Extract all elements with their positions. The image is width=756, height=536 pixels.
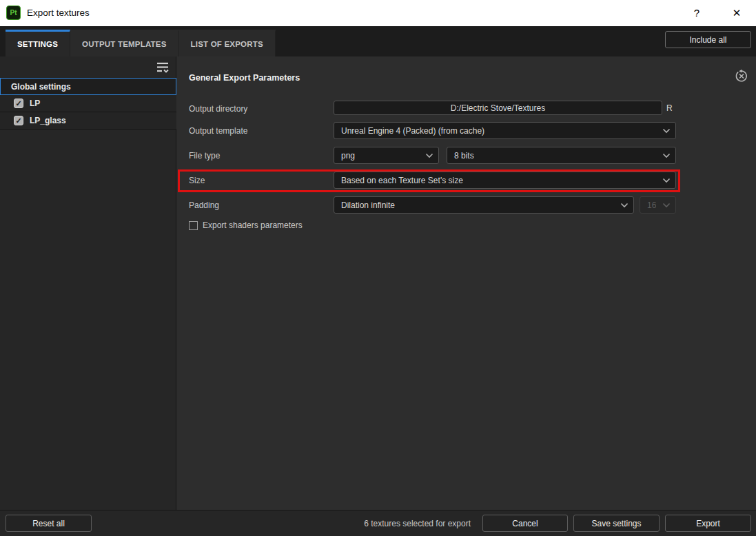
- reset-all-button[interactable]: Reset all: [6, 515, 92, 532]
- chevron-down-icon: [662, 178, 671, 183]
- export-status-text: 6 textures selected for export: [364, 511, 471, 536]
- sidebar-item-lp[interactable]: ✓ LP: [0, 95, 176, 112]
- chevron-down-icon: [620, 203, 629, 208]
- output-directory-label: Output directory: [189, 104, 247, 114]
- footer-bar: Reset all 6 textures selected for export…: [0, 510, 756, 536]
- export-shaders-checkbox[interactable]: [189, 221, 198, 230]
- filter-icon[interactable]: [155, 60, 170, 75]
- output-template-dropdown[interactable]: Unreal Engine 4 (Packed) (from cache): [334, 122, 676, 139]
- output-template-label: Output template: [189, 126, 247, 136]
- sidebar-item-label: LP: [30, 99, 40, 108]
- sidebar-item-global-settings[interactable]: Global settings: [0, 78, 176, 95]
- output-directory-input[interactable]: [334, 101, 662, 115]
- close-icon[interactable]: ✕: [725, 0, 748, 26]
- reset-parameters-icon[interactable]: [734, 69, 749, 84]
- chevron-down-icon: [662, 153, 671, 158]
- help-button[interactable]: ?: [686, 0, 707, 26]
- output-directory-suffix: R: [666, 103, 673, 113]
- export-shaders-row: Export shaders parameters: [189, 220, 303, 230]
- tab-bar: SETTINGS OUTPUT TEMPLATES LIST OF EXPORT…: [0, 26, 756, 56]
- bit-depth-dropdown[interactable]: 8 bits: [447, 147, 676, 164]
- sidebar-item-label: Global settings: [11, 82, 71, 92]
- sidebar-item-lp-glass[interactable]: ✓ LP_glass: [0, 112, 176, 130]
- titlebar: Pt Export textures ? ✕: [0, 0, 756, 26]
- lp-checkbox[interactable]: ✓: [14, 99, 23, 108]
- chevron-down-icon: [662, 203, 671, 208]
- save-settings-button[interactable]: Save settings: [573, 515, 660, 532]
- texture-set-sidebar: Global settings ✓ LP ✓ LP_glass: [0, 56, 176, 510]
- padding-dropdown[interactable]: Dilation infinite: [334, 196, 634, 214]
- export-shaders-label: Export shaders parameters: [203, 220, 303, 230]
- sidebar-item-label: LP_glass: [30, 116, 66, 125]
- include-all-button[interactable]: Include all: [665, 31, 751, 48]
- window-title: Export textures: [27, 0, 90, 26]
- cancel-button[interactable]: Cancel: [482, 515, 568, 532]
- padding-label: Padding: [189, 200, 219, 210]
- padding-amount-dropdown: 16: [640, 196, 676, 214]
- chevron-down-icon: [425, 153, 433, 158]
- export-textures-dialog: Pt Export textures ? ✕ SETTINGS OUTPUT T…: [0, 0, 756, 536]
- lp-glass-checkbox[interactable]: ✓: [14, 116, 23, 125]
- app-icon: Pt: [6, 6, 21, 20]
- file-type-label: File type: [189, 151, 220, 161]
- tab-list-of-exports[interactable]: LIST OF EXPORTS: [179, 30, 276, 56]
- tabstrip: SETTINGS OUTPUT TEMPLATES LIST OF EXPORT…: [6, 30, 276, 56]
- chevron-down-icon: [662, 128, 671, 134]
- section-title: General Export Parameters: [189, 73, 300, 83]
- size-dropdown[interactable]: Based on each Texture Set's size: [334, 172, 676, 189]
- tab-settings[interactable]: SETTINGS: [6, 30, 70, 56]
- tab-output-templates[interactable]: OUTPUT TEMPLATES: [70, 30, 178, 56]
- size-label: Size: [189, 176, 205, 185]
- file-format-dropdown[interactable]: png: [334, 147, 439, 164]
- general-export-parameters-panel: General Export Parameters Output directo…: [177, 56, 756, 510]
- export-button[interactable]: Export: [665, 515, 751, 532]
